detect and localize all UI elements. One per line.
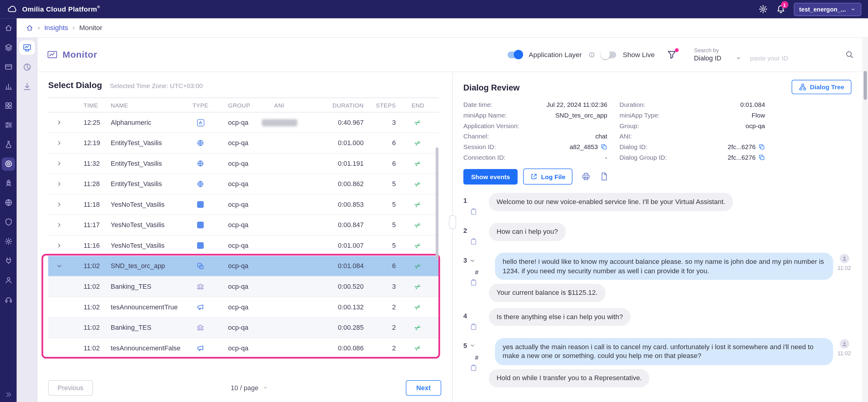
copy-icon[interactable] — [758, 144, 765, 150]
turn-number[interactable]: 5 — [463, 342, 489, 350]
row-expand-cell[interactable] — [48, 222, 70, 228]
sidebar-item-plug[interactable] — [0, 251, 17, 270]
export-file-icon[interactable] — [600, 172, 609, 181]
subsidebar-item-export[interactable] — [17, 77, 38, 96]
account-menu-button[interactable]: test_energon_... — [794, 2, 861, 16]
row-name: EntityTest_Vasilis — [101, 139, 189, 147]
table-row[interactable]: 11:02Banking_TESocp-qa0:00.5203✂ — [48, 277, 439, 297]
row-expand-cell[interactable] — [48, 140, 70, 146]
clipboard-icon[interactable] — [470, 238, 477, 245]
table-row[interactable]: 11:16YesNoTest_Vasilisocp-qa0:01.0075✂ — [48, 236, 439, 256]
row-steps: 3 — [366, 119, 402, 126]
content-panels: Select Dialog Selected Time Zone: UTC+03… — [38, 72, 868, 402]
chevron-right-icon — [56, 242, 62, 248]
sidebar-item-rocket[interactable] — [0, 173, 17, 193]
table-row[interactable]: 11:02tesAnnouncementTrueocp-qa0:00.1322✂ — [48, 297, 439, 318]
row-time: 11:16 — [70, 242, 101, 250]
clipboard-icon[interactable] — [470, 323, 477, 331]
turn-bubbles: Is there anything else i can help you wi… — [489, 308, 851, 332]
chevron-right-icon[interactable] — [56, 202, 62, 207]
settings-gear-icon[interactable] — [758, 5, 768, 14]
clipboard-icon[interactable] — [470, 279, 477, 286]
chevron-right-icon[interactable] — [56, 181, 62, 187]
info-icon[interactable] — [588, 51, 595, 58]
turn-number[interactable]: 3 — [463, 257, 489, 264]
show-live-toggle[interactable] — [602, 51, 616, 58]
sidebar-item-globe[interactable] — [0, 193, 17, 212]
chevron-right-icon[interactable] — [56, 140, 62, 146]
row-duration: 0:00.853 — [303, 201, 366, 209]
clipboard-icon[interactable] — [470, 364, 477, 371]
home-icon[interactable] — [26, 24, 33, 31]
row-expand-cell[interactable] — [48, 202, 70, 207]
row-expand-cell[interactable] — [48, 161, 70, 166]
page-size-select[interactable]: 10 / page — [231, 384, 268, 392]
search-icon[interactable] — [845, 50, 854, 59]
table-row[interactable]: 11:18YesNoTest_Vasilisocp-qa0:00.8535✂ — [48, 195, 439, 215]
sidebar-item-home[interactable] — [0, 18, 17, 38]
sidebar-item-billing[interactable] — [0, 57, 17, 77]
table-row[interactable]: 11:17YesNoTest_Vasilisocp-qa0:00.8475✂ — [48, 215, 439, 236]
row-expand-cell[interactable] — [48, 242, 70, 248]
sidebar-item-sliders[interactable] — [0, 115, 17, 135]
dialog-tree-button[interactable]: Dialog Tree — [792, 80, 851, 94]
sidebar-item-apps[interactable] — [0, 96, 17, 115]
table-row[interactable]: 12:19EntityTest_Vasilisocp-qa0:01.0006✂ — [48, 133, 439, 154]
subsidebar-item-monitor[interactable] — [17, 38, 38, 57]
chevron-down-icon[interactable] — [56, 263, 62, 269]
row-end-cell: ✂ — [402, 262, 433, 270]
filter-funnel-icon[interactable] — [667, 50, 676, 59]
header-controls: Application Layer Show Live Search by Di… — [508, 47, 854, 62]
print-icon[interactable] — [581, 172, 591, 181]
row-expand-cell[interactable] — [48, 120, 70, 125]
hash-icon[interactable]: # — [475, 354, 489, 361]
row-group: ocp-qa — [211, 160, 256, 168]
panel-splitter-handle[interactable] — [449, 215, 456, 229]
table-row[interactable]: 11:02tesAnnouncementFalseocp-qa0:00.0862… — [48, 338, 439, 358]
breadcrumb-insights-link[interactable]: Insights — [44, 24, 68, 32]
show-events-button[interactable]: Show events — [463, 169, 518, 184]
copy-icon[interactable] — [600, 144, 607, 150]
table-row[interactable]: 11:02SND_tes_orc_appocp-qa0:01.0846✂ — [48, 256, 439, 277]
detail-label: ANI: — [607, 133, 685, 140]
row-expand-cell[interactable] — [48, 181, 70, 187]
sidebar-item-lab[interactable] — [0, 135, 17, 154]
chevron-right-icon[interactable] — [56, 120, 62, 125]
search-by-select[interactable]: Dialog ID — [694, 54, 741, 62]
row-expand-cell[interactable] — [48, 263, 70, 269]
flask-icon — [4, 140, 12, 148]
sidebar-expand-button[interactable] — [5, 391, 11, 398]
sidebar-item-shield[interactable] — [0, 212, 17, 232]
sidebar-item-users[interactable] — [0, 270, 17, 290]
table-row[interactable]: 11:32EntityTest_Vasilisocp-qa0:01.1916✂ — [48, 154, 439, 174]
row-steps: 2 — [366, 344, 402, 352]
row-time: 11:17 — [70, 221, 101, 229]
sidebar-item-chart[interactable] — [0, 77, 17, 96]
chevron-right-icon[interactable] — [56, 222, 62, 228]
previous-page-button[interactable]: Previous — [48, 380, 93, 395]
clipboard-icon[interactable] — [470, 208, 477, 215]
table-scrollbar-thumb[interactable] — [436, 148, 439, 260]
sidebar-item-support[interactable] — [0, 290, 17, 309]
table-row[interactable]: 11:02Banking_TESocp-qa0:00.2852✂ — [48, 318, 439, 338]
sidebar-item-insights[interactable] — [0, 154, 17, 173]
copy-icon[interactable] — [758, 154, 765, 161]
page-scrollbar-thumb[interactable] — [863, 71, 867, 100]
sidebar-item-settings[interactable] — [0, 232, 17, 251]
row-group: ocp-qa — [211, 201, 256, 209]
turn-gutter: 5# — [463, 338, 489, 387]
sidebar-item-layers[interactable] — [0, 38, 17, 57]
clipboard-icon — [470, 279, 477, 286]
application-layer-toggle[interactable] — [508, 51, 522, 58]
log-file-button[interactable]: Log File — [523, 169, 572, 184]
table-row[interactable]: 11:28EntityTest_Vasilisocp-qa0:00.8625✂ — [48, 174, 439, 195]
subsidebar-item-reports[interactable] — [17, 57, 38, 77]
notifications-bell-icon[interactable]: 1 — [776, 5, 785, 14]
hash-icon[interactable]: # — [475, 269, 489, 276]
table-row[interactable]: 12:25AlphanumericAocp-qa0:40.9673✂ — [48, 113, 439, 133]
chevron-right-icon[interactable] — [56, 161, 62, 166]
next-page-button[interactable]: Next — [406, 380, 441, 395]
search-input[interactable] — [750, 55, 815, 62]
chevron-right-icon[interactable] — [56, 242, 62, 248]
page-scrollbar-track[interactable] — [863, 38, 868, 402]
